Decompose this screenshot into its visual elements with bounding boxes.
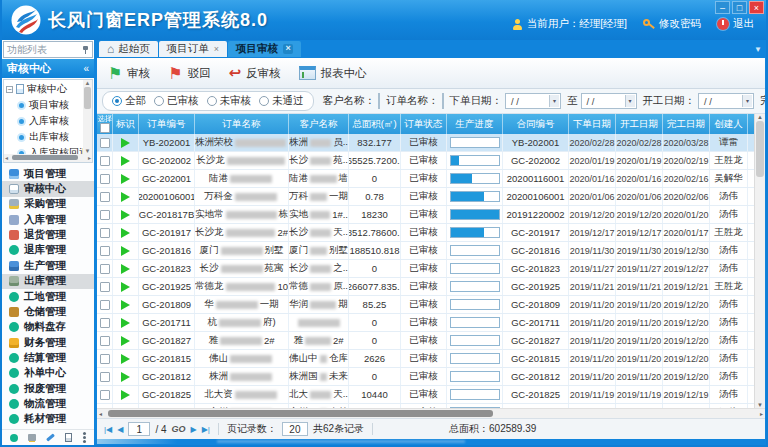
table-row[interactable]: GC-201917长沙龙2#长沙天..8512.78600..已审核GC-201… — [97, 224, 754, 242]
column-header-订单编号[interactable]: 订单编号 — [139, 114, 195, 134]
row-checkbox[interactable] — [100, 156, 110, 166]
quick-doc-icon[interactable] — [65, 433, 72, 442]
quick-cart-icon[interactable] — [28, 434, 36, 441]
row-checkbox[interactable] — [100, 228, 110, 238]
maximize-button[interactable]: □ — [732, 1, 747, 14]
row-checkbox[interactable] — [100, 318, 110, 328]
table-row[interactable]: GC-201815佛山佛山中仓库2626已审核GC-2018152019/11/… — [97, 350, 754, 368]
row-checkbox[interactable] — [100, 192, 110, 202]
pin-icon[interactable] — [82, 45, 89, 55]
column-header-生产进度[interactable]: 生产进度 — [447, 114, 503, 134]
page-number-input[interactable]: 1 — [128, 422, 150, 436]
sidebar-item-工地管理[interactable]: 工地管理 — [2, 289, 94, 304]
sidebar-item-采购管理[interactable]: 采购管理 — [2, 197, 94, 212]
table-row[interactable]: GC-202002长沙龙长沙苑..65525.7200..已审核GC-20200… — [97, 152, 754, 170]
first-page-button[interactable]: |◀ — [104, 425, 112, 434]
column-header-标识[interactable]: 标识 — [113, 114, 139, 134]
calendar-dropdown-icon[interactable]: ▾ — [549, 95, 559, 107]
sidebar-item-物流管理[interactable]: 物流管理 — [2, 396, 94, 411]
tree-collapse-icon[interactable]: − — [6, 86, 13, 93]
select-all-checkbox[interactable] — [100, 123, 110, 133]
quick-more-icon[interactable] — [83, 436, 86, 439]
tab-项目审核[interactable]: 项目审核× — [228, 41, 301, 57]
scroll-right-icon[interactable]: ▸ — [88, 154, 91, 161]
close-button[interactable]: × — [749, 1, 764, 14]
sidebar-item-补单中心[interactable]: 补单中心 — [2, 366, 94, 381]
row-checkbox[interactable] — [100, 282, 110, 292]
radio-全部[interactable]: 全部 — [112, 94, 146, 108]
tree-root[interactable]: − 审核中心 — [6, 81, 83, 97]
table-row[interactable]: 20200106001万科金万科一期0.78已审核202001060012020… — [97, 188, 754, 206]
sidebar-item-项目管理[interactable]: 项目管理 — [2, 166, 94, 181]
row-checkbox[interactable] — [100, 246, 110, 256]
calendar-dropdown-icon[interactable]: ▾ — [742, 95, 752, 107]
row-checkbox[interactable] — [100, 138, 110, 148]
sidebar-item-退库管理[interactable]: 退库管理 — [2, 243, 94, 258]
column-header-总面积(㎡)[interactable]: 总面积(㎡) — [349, 114, 401, 134]
scrollbar-thumb[interactable] — [108, 410, 493, 417]
column-header-创建人[interactable]: 创建人 — [710, 114, 748, 134]
order-name-input[interactable] — [442, 93, 444, 109]
tree-item-项目审核[interactable]: 项目审核 — [6, 97, 83, 113]
sidebar-item-物料盘存[interactable]: 物料盘存 — [2, 320, 94, 335]
tree-horizontal-scrollbar[interactable]: ◂ ▸ — [4, 154, 92, 162]
go-button[interactable]: GO — [172, 424, 186, 434]
sidebar-item-财务管理[interactable]: 财务管理 — [2, 335, 94, 350]
table-row[interactable]: GC-201816厦门别墅厦门别墅188510.818已审核GC-2018162… — [97, 242, 754, 260]
column-header-开工日期[interactable]: 开工日期 — [616, 114, 663, 134]
last-page-button[interactable]: ▶| — [202, 425, 210, 434]
quick-dot-icon[interactable] — [10, 434, 18, 442]
table-row[interactable]: GC-201809华一期华润期85.25已审核GC-2018092019/11/… — [97, 296, 754, 314]
prev-page-button[interactable]: ◀ — [117, 425, 123, 434]
row-checkbox[interactable] — [100, 336, 110, 346]
toolbar-button-驳回[interactable]: 驳回 — [165, 62, 219, 85]
scrollbar-thumb[interactable] — [12, 155, 78, 160]
row-checkbox[interactable] — [100, 390, 110, 400]
row-checkbox[interactable] — [100, 264, 110, 274]
radio-未通过[interactable]: 未通过 — [259, 94, 304, 108]
calendar-dropdown-icon[interactable]: ▾ — [625, 95, 635, 107]
table-row[interactable]: GC-201711杭府)0已审核GC-2017112019/11/202019/… — [97, 314, 754, 332]
sidebar-item-审核中心[interactable]: 审核中心 — [2, 181, 94, 196]
column-header-订单状态[interactable]: 订单状态 — [401, 114, 447, 134]
table-row[interactable]: GC-201825北大资北大天..10440已审核GC-2018252019/1… — [97, 386, 754, 404]
tree-vertical-scrollbar[interactable]: ▲ ▼ — [83, 80, 92, 154]
column-header-合同编号[interactable]: 合同编号 — [503, 114, 569, 134]
sidebar-item-出库管理[interactable]: 出库管理 — [2, 274, 94, 289]
sidebar-item-结算管理[interactable]: 结算管理 — [2, 350, 94, 365]
function-list-searchbox[interactable]: 功能列表 — [3, 41, 93, 58]
table-row[interactable]: GC-201827雅2#雅2#0已审核GC-2018272019/11/2020… — [97, 332, 754, 350]
column-header-客户名称[interactable]: 客户名称 — [289, 114, 349, 134]
sidebar-item-退货管理[interactable]: 退货管理 — [2, 227, 94, 242]
change-password-button[interactable]: 修改密码 — [643, 17, 701, 31]
scroll-right-icon[interactable]: ▸ — [760, 410, 763, 417]
column-header-订单名称[interactable]: 订单名称 — [195, 114, 289, 134]
toolbar-button-审核[interactable]: 审核 — [105, 62, 159, 85]
collapse-icon[interactable]: « — [83, 63, 89, 74]
next-page-button[interactable]: ▶ — [191, 425, 197, 434]
row-checkbox[interactable] — [100, 300, 110, 310]
table-row[interactable]: GC-201823长沙苑寓长沙之..0已审核GC-2018232019/11/2… — [97, 260, 754, 278]
sidebar-item-耗材管理[interactable]: 耗材管理 — [2, 412, 94, 427]
table-row[interactable]: YB-202001株洲荣校株洲员..832.177已审核YB-202001202… — [97, 134, 754, 152]
order-date-to-input[interactable]: / / ▾ — [581, 93, 637, 109]
logout-button[interactable]: 退出 — [717, 17, 754, 31]
minimize-button[interactable]: – — [715, 1, 730, 14]
scrollbar-thumb[interactable] — [756, 121, 764, 177]
table-horizontal-scrollbar[interactable]: ◂ ▸ — [97, 408, 765, 418]
row-checkbox[interactable] — [100, 174, 110, 184]
sidebar-item-生产管理[interactable]: 生产管理 — [2, 258, 94, 273]
customer-name-input[interactable] — [378, 93, 380, 109]
row-checkbox[interactable] — [100, 354, 110, 364]
row-checkbox[interactable] — [100, 372, 110, 382]
sidebar-item-入库管理[interactable]: 入库管理 — [2, 212, 94, 227]
column-header-完工日期[interactable]: 完工日期 — [663, 114, 710, 134]
row-checkbox[interactable] — [100, 210, 110, 220]
tree-item-出库审核[interactable]: 出库审核 — [6, 129, 83, 145]
scroll-left-icon[interactable]: ◂ — [5, 154, 8, 161]
scroll-up-icon[interactable]: ▲ — [757, 114, 763, 120]
start-date-input[interactable]: / / ▾ — [698, 93, 754, 109]
toolbar-button-报表中心[interactable]: 报表中心 — [296, 64, 376, 83]
sidebar-item-仓储管理[interactable]: 仓储管理 — [2, 304, 94, 319]
tab-项目订单[interactable]: 项目订单× — [159, 41, 227, 57]
